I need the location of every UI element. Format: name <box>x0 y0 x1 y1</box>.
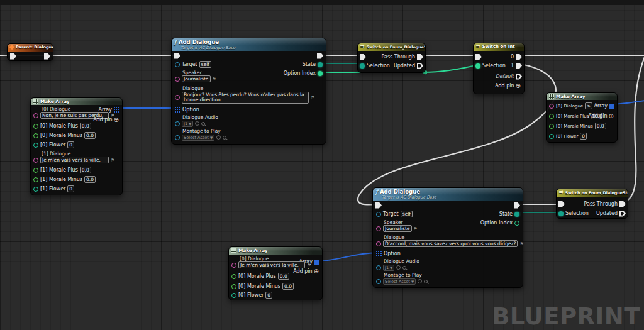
dialogue-field[interactable]: Bonjour? Vous êtes perdu? Vous n'allez p… <box>182 92 309 104</box>
pass-through-pin[interactable] <box>619 201 626 207</box>
speaker-field[interactable]: Journaliste <box>383 225 412 232</box>
browse-asset-icon[interactable] <box>223 136 226 140</box>
updated-pin[interactable] <box>619 211 626 217</box>
morale-plus-0-pin[interactable] <box>549 114 554 119</box>
case-1-pin[interactable] <box>516 63 522 69</box>
default-pin[interactable] <box>516 74 522 80</box>
target-field[interactable]: self <box>199 61 211 68</box>
node-make-array-3[interactable]: Make Array [0] Dialogue Array Je m'en va… <box>228 246 323 300</box>
flower-0-field[interactable]: 0 <box>265 292 272 299</box>
flower-0-pin[interactable] <box>231 293 236 298</box>
flower-0-field[interactable]: 0 <box>67 141 74 148</box>
node-add-dialogue-1[interactable]: ƒ Add Dialogue Target is AC Dialogue Bas… <box>171 38 326 145</box>
morale-minus-0-field[interactable]: 0.0 <box>84 132 96 139</box>
speaker-field[interactable]: Journaliste <box>182 75 211 82</box>
montage-dropdown[interactable]: Select Asset▼ <box>182 135 214 141</box>
option-array-pin[interactable] <box>175 107 180 113</box>
speaker-pin[interactable] <box>376 226 381 231</box>
exec-out-pin[interactable] <box>514 202 520 209</box>
morale-plus-0-field[interactable]: 0.0 <box>278 273 289 280</box>
state-pin[interactable] <box>318 62 323 67</box>
localize-icon[interactable]: ⚑ <box>311 95 314 100</box>
audio-dropdown[interactable]: J1▼ <box>383 265 394 271</box>
node-header[interactable]: ƒ Add Dialogue Target is AC Dialogue Bas… <box>172 38 326 51</box>
flower-1-field[interactable]: 0 <box>67 185 74 192</box>
morale-minus-1-pin[interactable] <box>33 177 38 182</box>
add-pin-button[interactable]: Add pin⊕ <box>93 116 119 123</box>
node-make-array-1[interactable]: Make Array [0] Dialogue Array Non, je ne… <box>30 97 123 195</box>
option-index-pin[interactable] <box>514 221 519 226</box>
case-0-pin[interactable] <box>516 54 522 60</box>
morale-minus-1-field[interactable]: 0.0 <box>84 176 96 183</box>
node-switch-enum-2[interactable]: ⇉ Switch on Enum_DialogueState Pass Thro… <box>556 189 628 219</box>
exec-in-pin[interactable] <box>558 201 565 207</box>
node-header[interactable]: ⇉ Switch on Enum_DialogueState <box>358 43 425 51</box>
browse-asset-icon[interactable] <box>424 280 428 283</box>
array-out-pin[interactable] <box>114 107 119 113</box>
selection-pin[interactable] <box>475 63 480 69</box>
node-add-dialogue-2[interactable]: ƒ Add Dialogue Target is AC Dialogue Bas… <box>372 187 523 288</box>
dialogue-audio-pin[interactable] <box>376 265 381 270</box>
node-header[interactable]: Make Array <box>31 98 122 105</box>
exec-in-pin[interactable] <box>475 54 482 60</box>
speaker-pin[interactable] <box>175 77 180 82</box>
node-header[interactable]: ⇉ Switch on Int <box>474 43 524 51</box>
dialogue-pin[interactable] <box>175 95 180 100</box>
localize-icon[interactable]: ⚑ <box>213 77 216 82</box>
add-pin-button[interactable]: Add pin⊕ <box>495 82 521 89</box>
localize-icon[interactable]: ⚑ <box>307 263 311 268</box>
dialogue-0-pin[interactable] <box>231 263 236 268</box>
state-pin[interactable] <box>514 212 519 217</box>
flower-0-pin[interactable] <box>33 143 38 148</box>
node-make-array-2[interactable]: Make Array [0] Dialogue > ⚑ Array [0] Mo… <box>546 92 618 143</box>
dialogue-audio-pin[interactable] <box>175 121 180 126</box>
browse-asset-icon[interactable] <box>402 266 406 270</box>
morale-minus-0-field[interactable]: 0.0 <box>282 283 294 290</box>
add-pin-button[interactable]: Add pin⊕ <box>293 268 319 275</box>
node-switch-enum-1[interactable]: ⇉ Switch on Enum_DialogueState Pass Thro… <box>357 43 426 73</box>
node-header[interactable]: Make Array <box>229 247 322 255</box>
dialogue-1-field[interactable]: Je m'en vais vers la ville. <box>40 157 109 163</box>
audio-dropdown[interactable]: J1▼ <box>182 121 193 127</box>
use-asset-icon[interactable] <box>216 135 221 140</box>
use-asset-icon[interactable] <box>195 121 199 126</box>
option-array-pin[interactable] <box>376 251 382 256</box>
target-field[interactable]: self <box>401 211 413 217</box>
pass-through-pin[interactable] <box>417 54 423 60</box>
target-pin[interactable] <box>175 62 180 67</box>
node-header[interactable]: ⇉ Switch on Enum_DialogueState <box>557 189 628 197</box>
montage-dropdown[interactable]: Select Asset▼ <box>383 278 416 285</box>
flower-0-pin[interactable] <box>549 134 554 139</box>
dialogue-0-pin[interactable] <box>549 104 554 109</box>
morale-plus-0-pin[interactable] <box>231 274 236 279</box>
selection-pin[interactable] <box>558 211 564 216</box>
localize-icon[interactable]: ⚑ <box>111 158 114 163</box>
morale-minus-0-field[interactable]: 0.0 <box>595 123 606 129</box>
exec-out-pin[interactable] <box>317 53 323 59</box>
morale-plus-1-field[interactable]: 0.0 <box>80 167 91 173</box>
browse-asset-icon[interactable] <box>201 122 205 126</box>
target-pin[interactable] <box>376 212 381 217</box>
array-out-pin[interactable] <box>609 104 614 109</box>
morale-minus-0-pin[interactable] <box>231 284 236 289</box>
exec-in-pin[interactable] <box>10 53 16 60</box>
montage-pin[interactable] <box>376 279 381 284</box>
dialogue-field[interactable]: D'accord, mais vous savez vers quoi vous… <box>383 240 518 247</box>
updated-pin[interactable] <box>417 63 423 69</box>
use-asset-icon[interactable] <box>418 279 422 283</box>
array-out-pin[interactable] <box>314 260 319 265</box>
localize-icon[interactable]: ⚑ <box>519 241 523 246</box>
localize-icon[interactable]: ⚑ <box>414 226 418 231</box>
selection-pin[interactable] <box>360 63 365 69</box>
node-switch-int[interactable]: ⇉ Switch on Int 0 Selection 1 Default Ad… <box>473 43 525 94</box>
morale-minus-0-pin[interactable] <box>33 133 38 138</box>
use-asset-icon[interactable] <box>396 265 401 270</box>
flower-0-field[interactable]: 0 <box>580 133 587 140</box>
morale-plus-0-pin[interactable] <box>33 124 38 129</box>
node-header[interactable]: Make Array <box>547 93 617 100</box>
flower-1-pin[interactable] <box>33 187 38 192</box>
node-parent-dialogue[interactable]: Parent: Dialogue <box>7 43 53 61</box>
exec-in-pin[interactable] <box>375 202 382 209</box>
node-parent-header[interactable]: Parent: Dialogue <box>8 44 53 52</box>
morale-minus-0-pin[interactable] <box>549 124 554 129</box>
